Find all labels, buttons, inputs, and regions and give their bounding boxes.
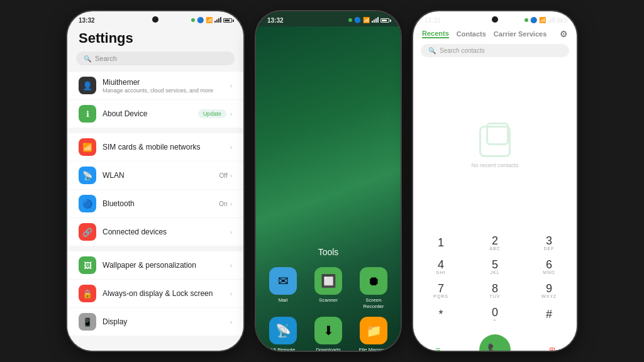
dialpad-actions: ≡ 📞 ⊞ <box>413 332 577 351</box>
dialpad: 12ABC3DEF4GHI5JKL6MNO7PQRS8TUV9WXYZ*0+# <box>413 231 577 332</box>
bt-icon-home: 🔵 <box>354 17 361 23</box>
dialpad-number: 2 <box>492 235 498 246</box>
app-grid: ✉Mail🔲Scanner⏺Screen Recorder📡Mi Remote⬇… <box>264 267 392 351</box>
time-home: 13:32 <box>267 17 284 24</box>
dialpad-number: 0 <box>492 307 498 318</box>
status-bar-home: 13:32 🔵 📶 <box>256 11 401 26</box>
app-scanner[interactable]: 🔲Scanner <box>309 267 347 309</box>
settings-screen: 13:32 🔵 📶 Settings 🔍 Search 👤MiuithemerM <box>67 11 243 351</box>
dialpad-number: 7 <box>438 283 444 294</box>
gear-icon[interactable]: ⚙ <box>560 29 568 39</box>
chevron-right-icon: › <box>230 111 232 118</box>
settings-item-sublabel: Manage accounts, cloud services, and mor… <box>103 87 230 94</box>
settings-item-bluetooth[interactable]: 🔵BluetoothOn› <box>67 190 243 217</box>
dialpad-letters: JKL <box>490 270 499 275</box>
dialpad-key-3[interactable]: 3DEF <box>528 231 570 254</box>
dialpad-letters: GHI <box>436 270 445 275</box>
settings-item-wallpaper-&-personalization[interactable]: 🖼Wallpaper & personalization› <box>67 251 243 279</box>
chevron-right-icon: › <box>230 319 232 326</box>
dialpad-key-6[interactable]: 6MNO <box>528 255 570 278</box>
contacts-placeholder-icon <box>479 126 511 157</box>
dialer-search[interactable]: 🔍 Search contacts <box>421 44 569 57</box>
dialpad-key-1[interactable]: 1 <box>419 231 462 254</box>
app-name: File Manager <box>359 347 389 351</box>
app-mail[interactable]: ✉Mail <box>264 267 302 309</box>
app-icon: 🔲 <box>314 267 342 295</box>
dialpad-key-#[interactable]: # <box>528 303 570 326</box>
menu-lines-button[interactable]: ≡ <box>426 338 450 351</box>
settings-item-display[interactable]: 📱Display› <box>67 308 243 336</box>
settings-item-label: Display <box>103 317 230 326</box>
time-settings: 13:32 <box>79 17 95 24</box>
app-mi-remote[interactable]: 📡Mi Remote <box>264 317 302 351</box>
chevron-right-icon: › <box>230 200 232 207</box>
chevron-right-icon: › <box>230 82 232 89</box>
search-icon: 🔍 <box>84 55 91 62</box>
dialpad-letters: MNO <box>543 270 555 275</box>
app-screen-recorder[interactable]: ⏺Screen Recorder <box>355 267 392 309</box>
front-camera-dialer <box>492 16 498 23</box>
dialpad-key-*[interactable]: * <box>419 303 462 326</box>
dialpad-row: 4GHI5JKL6MNO <box>419 255 570 278</box>
settings-item-sim-cards-&-mobile-networks[interactable]: 📶SIM cards & mobile networks› <box>67 133 243 161</box>
settings-item-miuithemer[interactable]: 👤MiuithemerManage accounts, cloud servic… <box>67 72 243 99</box>
wifi-icon-dialer: 📶 <box>539 17 546 23</box>
settings-item-label: Bluetooth <box>103 199 219 208</box>
tab-carrier[interactable]: Carrier Services <box>494 30 547 38</box>
battery-icon <box>223 18 232 23</box>
dialpad-letters: TUV <box>490 294 501 299</box>
no-contacts-section: No recent contacts <box>413 62 577 231</box>
app-icon: ⏺ <box>360 267 387 295</box>
dialpad-key-5[interactable]: 5JKL <box>474 255 516 278</box>
chevron-right-icon: › <box>230 290 232 297</box>
time-dialer: 13:32 <box>425 17 441 24</box>
settings-item-icon: 📶 <box>79 138 96 156</box>
bt-icon-dialer: 🔵 <box>530 17 537 23</box>
app-icon: 📁 <box>360 317 387 344</box>
settings-item-icon: ℹ <box>79 105 96 123</box>
settings-item-connected-devices[interactable]: 🔗Connected devices› <box>67 218 243 246</box>
dialpad-key-7[interactable]: 7PQRS <box>419 279 462 302</box>
app-name: Mi Remote <box>271 347 296 351</box>
wifi-icon: 📶 <box>206 17 213 23</box>
settings-item-label: Wallpaper & personalization <box>103 261 230 270</box>
chevron-right-icon: › <box>230 229 232 236</box>
dialpad-key-8[interactable]: 8TUV <box>474 279 516 302</box>
dialpad-letters: + <box>493 318 496 322</box>
chevron-right-icon: › <box>230 172 232 179</box>
settings-item-always-on-display-&-lock-screen[interactable]: 🔒Always-on display & Lock screen› <box>67 280 243 307</box>
status-icons-dialer: 🔵 📶 <box>525 17 565 23</box>
settings-item-value: Off <box>219 172 228 179</box>
settings-divider <box>67 246 243 251</box>
app-file-manager[interactable]: 📁File Manager <box>355 317 392 351</box>
settings-item-icon: 📡 <box>79 167 96 184</box>
tab-recents[interactable]: Recents <box>422 30 449 38</box>
dialpad-letters: WXYZ <box>541 294 557 299</box>
dialpad-key-0[interactable]: 0+ <box>474 303 516 326</box>
dialpad-key-9[interactable]: 9WXYZ <box>528 279 570 302</box>
settings-item-about-device[interactable]: ℹAbout DeviceUpdate› <box>67 100 243 128</box>
settings-item-icon: 👤 <box>79 77 96 94</box>
call-button[interactable]: 📞 <box>479 334 511 351</box>
dialpad-number: * <box>438 309 443 320</box>
dialpad-row: *0+# <box>419 303 570 326</box>
settings-search[interactable]: 🔍 Search <box>76 52 235 65</box>
settings-item-wlan[interactable]: 📡WLANOff› <box>67 162 243 189</box>
phone-home: 13:32 🔵 📶 Tools ✉Mail🔲Scanner⏺Screen Rec… <box>256 11 401 351</box>
app-name: Scanner <box>319 297 338 304</box>
tab-contacts[interactable]: Contacts <box>457 30 486 38</box>
dialpad-number: 1 <box>438 237 444 248</box>
app-icon: 📡 <box>269 317 297 344</box>
dialer-screen: 13:32 🔵 📶 Recents Contacts Carrier Servi… <box>413 11 577 351</box>
dialpad-number: 3 <box>546 235 552 246</box>
battery-home <box>380 18 389 23</box>
dialpad-key-4[interactable]: 4GHI <box>419 255 462 278</box>
notification-dot <box>191 18 195 22</box>
settings-item-label: Miuithemer <box>103 78 230 87</box>
app-icon: ✉ <box>269 267 297 295</box>
search-contacts-placeholder: Search contacts <box>440 47 485 54</box>
settings-item-icon: 🖼 <box>79 256 96 274</box>
app-downloads[interactable]: ⬇Downloads <box>309 317 347 351</box>
grid-button[interactable]: ⊞ <box>540 338 564 351</box>
dialpad-key-2[interactable]: 2ABC <box>474 231 516 254</box>
